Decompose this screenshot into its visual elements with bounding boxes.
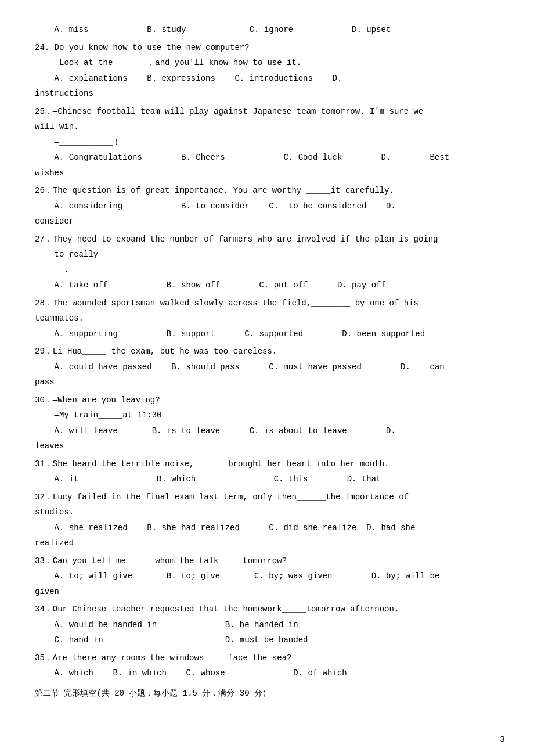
question-24: 24.—Do you know how to use the new compu… bbox=[35, 41, 499, 101]
q24-line2: —Look at the ______，and you'll know how … bbox=[35, 56, 499, 70]
question-34: 34．Our Chinese teacher requested that th… bbox=[35, 602, 499, 647]
q25-line1: 25．—Chinese football team will play agai… bbox=[35, 105, 499, 119]
question-25: 25．—Chinese football team will play agai… bbox=[35, 105, 499, 181]
q27-line1: 27．They need to expand the number of far… bbox=[35, 232, 499, 247]
q27-line2: to really bbox=[35, 247, 499, 262]
q29-options: A. could have passed B. should pass C. m… bbox=[35, 360, 499, 375]
question-28: 28．The wounded sportsman walked slowly a… bbox=[35, 296, 499, 341]
q30-line2: —My train_____at 11:30 bbox=[35, 408, 499, 423]
q27-options: A. take off B. show off C. put off D. pa… bbox=[35, 278, 499, 293]
question-30: 30．—When are you leaving? —My train_____… bbox=[35, 393, 499, 453]
q28-line2: teammates. bbox=[35, 311, 499, 326]
q24-options: A. explanations B. expressions C. introd… bbox=[35, 71, 499, 86]
q25-line2: will win. bbox=[35, 120, 499, 134]
q29-options-cont: pass bbox=[35, 375, 499, 390]
page: A. miss B. study C. ignore D. upset 24.—… bbox=[0, 0, 534, 756]
q31-options: A. it B. which C. this D. that bbox=[35, 472, 499, 487]
question-27: 27．They need to expand the number of far… bbox=[35, 232, 499, 293]
section-footer: 第二节 完形填空(共 20 小题；每小题 1.5 分，满分 30 分） bbox=[35, 686, 499, 701]
q25-options-cont: wishes bbox=[35, 166, 499, 181]
question-35: 35．Are there any rooms the windows_____f… bbox=[35, 651, 499, 681]
q28-line1: 28．The wounded sportsman walked slowly a… bbox=[35, 296, 499, 311]
q25-options: A. Congratulations B. Cheers C. Good luc… bbox=[35, 150, 499, 165]
q32-options: A. she realized B. she had realized C. d… bbox=[35, 521, 499, 535]
question-33: 33．Can you tell me_____ whom the talk___… bbox=[35, 554, 499, 599]
q32-line1: 32．Lucy failed in the final exam last te… bbox=[35, 490, 499, 505]
q26-options-cont: consider bbox=[35, 214, 499, 229]
question-line: A. miss B. study C. ignore D. upset bbox=[35, 23, 499, 37]
q30-line1: 30．—When are you leaving? bbox=[35, 393, 499, 408]
q30-options-cont: leaves bbox=[35, 439, 499, 453]
q30-options: A. will leave B. is to leave C. is about… bbox=[35, 424, 499, 438]
q32-options-cont: realized bbox=[35, 536, 499, 550]
options-row: A. miss B. study C. ignore D. upset bbox=[35, 23, 499, 37]
q33-line1: 33．Can you tell me_____ whom the talk___… bbox=[35, 554, 499, 568]
q33-options-cont: given bbox=[35, 585, 499, 599]
section-footer-text: 第二节 完形填空(共 20 小题；每小题 1.5 分，满分 30 分） bbox=[35, 689, 270, 698]
question-29: 29．Li Hua_____ the exam, but he was too … bbox=[35, 344, 499, 390]
q34-options-cd: C. hand in D. must be handed bbox=[35, 633, 499, 647]
question-31: 31．She heard the terrible noise,_______b… bbox=[35, 457, 499, 487]
q26-options: A. considering B. to consider C. to be c… bbox=[35, 199, 499, 214]
q24-options-cont: instructions bbox=[35, 87, 499, 101]
q27-line3: ______. bbox=[35, 263, 499, 278]
q33-options: A. to; will give B. to; give C. by; was … bbox=[35, 569, 499, 584]
page-number: 3 bbox=[500, 735, 505, 744]
q26-line1: 26．The question is of great importance. … bbox=[35, 183, 499, 198]
q24-line1: 24.—Do you know how to use the new compu… bbox=[35, 41, 499, 55]
q29-line1: 29．Li Hua_____ the exam, but he was too … bbox=[35, 344, 499, 359]
content-area: A. miss B. study C. ignore D. upset 24.—… bbox=[35, 23, 499, 700]
q34-options-ab: A. would be handed in B. be handed in bbox=[35, 618, 499, 632]
q25-line3: —___________！ bbox=[35, 135, 499, 150]
q28-options: A. supporting B. support C. supported D.… bbox=[35, 327, 499, 341]
question-32: 32．Lucy failed in the final exam last te… bbox=[35, 490, 499, 550]
q32-line2: studies. bbox=[35, 505, 499, 520]
q34-line1: 34．Our Chinese teacher requested that th… bbox=[35, 602, 499, 617]
question-26: 26．The question is of great importance. … bbox=[35, 183, 499, 229]
q35-line1: 35．Are there any rooms the windows_____f… bbox=[35, 651, 499, 665]
top-divider bbox=[35, 12, 499, 12]
q35-options: A. which B. in which C. whose D. of whic… bbox=[35, 666, 499, 681]
q31-line1: 31．She heard the terrible noise,_______b… bbox=[35, 457, 499, 471]
